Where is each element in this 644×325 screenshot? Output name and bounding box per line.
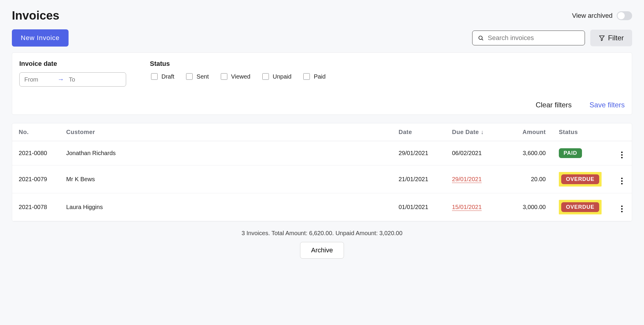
cell-status: OVERDUE <box>552 165 612 193</box>
cell-due-date: 29/01/2021 <box>445 165 505 193</box>
status-paid-label: Paid <box>314 73 326 80</box>
view-archived-label: View archived <box>572 12 613 20</box>
cell-no: 2021-0079 <box>12 165 60 193</box>
cell-date: 01/01/2021 <box>392 193 445 221</box>
cell-status: OVERDUE <box>552 193 612 221</box>
row-menu-icon[interactable] <box>618 152 625 159</box>
status-label: Status <box>150 60 326 68</box>
search-input-wrap[interactable] <box>472 31 585 45</box>
status-draft-checkbox[interactable]: Draft <box>150 72 174 81</box>
svg-line-1 <box>482 39 483 40</box>
status-badge: OVERDUE <box>561 202 599 212</box>
cell-date: 29/01/2021 <box>392 141 445 165</box>
status-viewed-label: Viewed <box>231 73 250 80</box>
cell-due-date: 15/01/2021 <box>445 193 505 221</box>
th-no[interactable]: No. <box>12 123 60 141</box>
status-badge: PAID <box>559 148 582 158</box>
status-paid-checkbox[interactable]: Paid <box>302 72 326 81</box>
cell-actions <box>612 193 632 221</box>
cell-customer: Jonathan Richards <box>60 141 392 165</box>
status-sent-label: Sent <box>196 73 209 80</box>
cell-actions <box>612 165 632 193</box>
th-due-date[interactable]: Due Date↓ <box>445 123 505 141</box>
cell-no: 2021-0078 <box>12 193 60 221</box>
cell-date: 21/01/2021 <box>392 165 445 193</box>
filters-panel: Invoice date → Status Draft Sent Viewed … <box>12 52 632 115</box>
filter-button-label: Filter <box>608 34 624 42</box>
cell-amount: 3,600.00 <box>505 141 552 165</box>
th-status[interactable]: Status <box>552 123 612 141</box>
cell-amount: 20.00 <box>505 165 552 193</box>
view-archived-toggle[interactable] <box>617 11 632 20</box>
filter-button[interactable]: Filter <box>590 30 632 46</box>
svg-marker-2 <box>599 36 604 41</box>
status-unpaid-label: Unpaid <box>273 73 291 80</box>
cell-customer: Laura Higgins <box>60 193 392 221</box>
cell-status: PAID <box>552 141 612 165</box>
search-input[interactable] <box>487 34 579 42</box>
date-from-input[interactable] <box>24 76 53 83</box>
date-to-input[interactable] <box>68 76 98 83</box>
status-unpaid-checkbox[interactable]: Unpaid <box>261 72 291 81</box>
archive-button[interactable]: Archive <box>300 242 344 259</box>
status-badge: OVERDUE <box>561 174 599 184</box>
cell-due-date: 06/02/2021 <box>445 141 505 165</box>
th-date[interactable]: Date <box>392 123 445 141</box>
th-customer[interactable]: Customer <box>60 123 392 141</box>
table-row[interactable]: 2021-0078Laura Higgins01/01/202115/01/20… <box>12 193 632 221</box>
cell-actions <box>612 141 632 165</box>
filter-icon <box>599 35 605 41</box>
arrow-right-icon: → <box>58 76 64 83</box>
th-amount[interactable]: Amount <box>505 123 552 141</box>
invoice-date-label: Invoice date <box>19 60 126 68</box>
status-viewed-checkbox[interactable]: Viewed <box>220 72 250 81</box>
status-draft-label: Draft <box>161 73 174 80</box>
new-invoice-button[interactable]: New Invoice <box>12 29 69 47</box>
table-row[interactable]: 2021-0079Mr K Bews21/01/202129/01/202120… <box>12 165 632 193</box>
cell-customer: Mr K Bews <box>60 165 392 193</box>
cell-amount: 3,000.00 <box>505 193 552 221</box>
row-menu-icon[interactable] <box>618 177 625 184</box>
search-icon <box>478 35 484 41</box>
clear-filters-link[interactable]: Clear filters <box>536 101 572 109</box>
cell-no: 2021-0080 <box>12 141 60 165</box>
summary-text: 3 Invoices. Total Amount: 6,620.00. Unpa… <box>12 230 632 237</box>
date-range-input[interactable]: → <box>19 72 126 87</box>
row-menu-icon[interactable] <box>618 205 625 212</box>
table-row[interactable]: 2021-0080Jonathan Richards29/01/202106/0… <box>12 141 632 165</box>
page-title: Invoices <box>12 9 59 22</box>
invoices-table: No. Customer Date Due Date↓ Amount Statu… <box>12 123 632 222</box>
sort-desc-icon: ↓ <box>481 129 484 135</box>
status-sent-checkbox[interactable]: Sent <box>185 72 209 81</box>
save-filters-link[interactable]: Save filters <box>589 101 625 109</box>
